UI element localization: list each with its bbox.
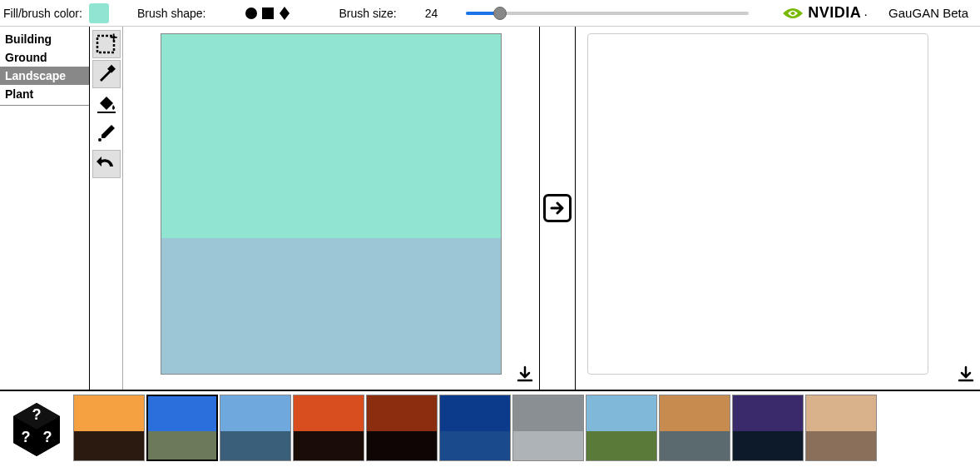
style-thumb-purple-sunset[interactable]	[732, 395, 804, 461]
svg-point-0	[245, 7, 257, 19]
fill-tool-button[interactable]	[92, 90, 121, 118]
fill-icon	[95, 92, 118, 117]
shape-square-button[interactable]	[260, 6, 275, 21]
main-area: BuildingGroundLandscapePlant +	[0, 27, 980, 391]
dice-icon: ???	[4, 397, 69, 459]
style-thumb-pale-sunset[interactable]	[805, 395, 877, 461]
style-thumb-green-hills[interactable]	[586, 395, 657, 461]
app-title: GauGAN Beta	[888, 6, 968, 20]
nvidia-eye-icon	[781, 5, 804, 22]
color-swatch[interactable]	[89, 3, 109, 23]
style-thumb-sunset-red[interactable]	[293, 395, 364, 461]
category-item-plant[interactable]: Plant	[0, 85, 89, 103]
brush-size-slider[interactable]	[466, 12, 749, 15]
nvidia-logo-text: NVIDIA	[808, 4, 861, 22]
download-segmentation-button[interactable]	[516, 365, 534, 386]
style-thumb-lake-deep-blue[interactable]	[439, 395, 511, 461]
svg-text:?: ?	[22, 429, 31, 445]
download-icon	[957, 365, 975, 384]
new-canvas-icon: +	[95, 32, 118, 57]
style-thumbnail-strip: ???	[0, 391, 980, 465]
svg-text:?: ?	[43, 429, 52, 445]
top-toolbar: Fill/brush color: Brush shape: Brush siz…	[0, 0, 980, 27]
shape-circle-button[interactable]	[244, 6, 259, 21]
eyedropper-icon	[95, 122, 118, 147]
style-thumb-dusk-dark-red[interactable]	[366, 395, 438, 461]
undo-tool-button[interactable]	[92, 150, 121, 178]
random-style-button[interactable]: ???	[2, 395, 72, 461]
brush-tool-button[interactable]	[92, 60, 121, 88]
brush-shape-label: Brush shape:	[137, 7, 206, 20]
nvidia-logo: NVIDIA.	[781, 4, 867, 22]
style-thumb-golden-clouds[interactable]	[659, 395, 730, 461]
brush-shape-group	[244, 6, 292, 21]
output-column	[576, 27, 980, 390]
brush-icon	[95, 62, 118, 87]
category-panel: BuildingGroundLandscapePlant	[0, 27, 90, 390]
fill-color-label: Fill/brush color:	[3, 7, 82, 20]
brush-size-value: 24	[425, 7, 438, 20]
download-icon	[516, 365, 534, 384]
svg-text:?: ?	[32, 406, 42, 423]
style-thumb-ocean-clouds[interactable]	[220, 395, 291, 461]
eyedropper-tool-button[interactable]	[92, 120, 121, 148]
tool-strip: +	[90, 27, 123, 390]
download-output-button[interactable]	[957, 365, 975, 386]
generate-button[interactable]	[543, 194, 572, 222]
seg-region-bottom	[161, 238, 501, 374]
undo-icon	[95, 152, 118, 177]
style-thumb-sunset-orange[interactable]	[73, 395, 145, 461]
category-item-landscape[interactable]: Landscape	[0, 67, 89, 85]
segmentation-canvas[interactable]	[161, 33, 502, 375]
generate-column	[539, 27, 576, 390]
svg-rect-1	[262, 7, 274, 19]
category-item-building[interactable]: Building	[0, 30, 89, 48]
output-canvas	[587, 33, 928, 375]
new-canvas-tool-button[interactable]: +	[92, 30, 121, 58]
category-item-ground[interactable]: Ground	[0, 48, 89, 67]
style-thumb-grey-storm[interactable]	[512, 395, 584, 461]
svg-text:+: +	[110, 32, 117, 44]
seg-region-top	[161, 34, 501, 238]
brush-size-label: Brush size:	[339, 7, 396, 20]
svg-point-7	[98, 138, 101, 142]
style-thumb-road-blue-sky[interactable]	[146, 395, 218, 461]
shape-diamond-button[interactable]	[277, 6, 292, 21]
svg-marker-2	[280, 7, 290, 20]
segmentation-column	[123, 27, 539, 390]
arrow-right-icon	[549, 200, 566, 216]
